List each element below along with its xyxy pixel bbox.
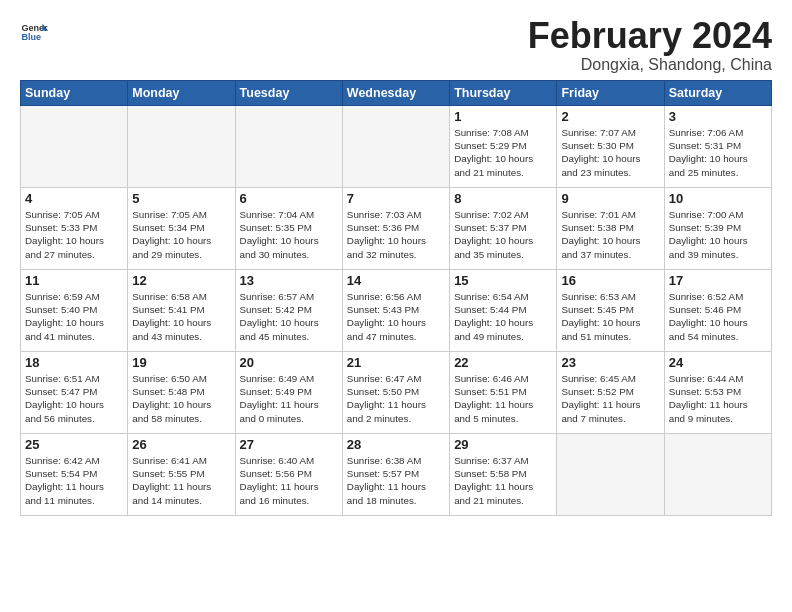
cell-info: Sunrise: 7:05 AMSunset: 5:34 PMDaylight:… xyxy=(132,208,230,261)
calendar-cell: 16Sunrise: 6:53 AMSunset: 5:45 PMDayligh… xyxy=(557,270,664,352)
day-number: 27 xyxy=(240,437,338,452)
logo: General Blue xyxy=(20,18,48,46)
day-number: 12 xyxy=(132,273,230,288)
cell-info: Sunrise: 6:45 AMSunset: 5:52 PMDaylight:… xyxy=(561,372,659,425)
weekday-saturday: Saturday xyxy=(664,81,771,106)
calendar-cell: 20Sunrise: 6:49 AMSunset: 5:49 PMDayligh… xyxy=(235,352,342,434)
cell-info: Sunrise: 6:57 AMSunset: 5:42 PMDaylight:… xyxy=(240,290,338,343)
calendar-cell: 13Sunrise: 6:57 AMSunset: 5:42 PMDayligh… xyxy=(235,270,342,352)
calendar-header: Sunday Monday Tuesday Wednesday Thursday… xyxy=(21,81,772,106)
day-number: 14 xyxy=(347,273,445,288)
cell-info: Sunrise: 6:46 AMSunset: 5:51 PMDaylight:… xyxy=(454,372,552,425)
weekday-wednesday: Wednesday xyxy=(342,81,449,106)
day-number: 11 xyxy=(25,273,123,288)
day-number: 5 xyxy=(132,191,230,206)
calendar-cell: 17Sunrise: 6:52 AMSunset: 5:46 PMDayligh… xyxy=(664,270,771,352)
day-number: 16 xyxy=(561,273,659,288)
cell-info: Sunrise: 6:38 AMSunset: 5:57 PMDaylight:… xyxy=(347,454,445,507)
cell-info: Sunrise: 6:56 AMSunset: 5:43 PMDaylight:… xyxy=(347,290,445,343)
location-subtitle: Dongxia, Shandong, China xyxy=(528,56,772,74)
day-number: 19 xyxy=(132,355,230,370)
calendar-cell: 2Sunrise: 7:07 AMSunset: 5:30 PMDaylight… xyxy=(557,106,664,188)
cell-info: Sunrise: 6:44 AMSunset: 5:53 PMDaylight:… xyxy=(669,372,767,425)
day-number: 23 xyxy=(561,355,659,370)
cell-info: Sunrise: 7:01 AMSunset: 5:38 PMDaylight:… xyxy=(561,208,659,261)
day-number: 25 xyxy=(25,437,123,452)
cell-info: Sunrise: 7:00 AMSunset: 5:39 PMDaylight:… xyxy=(669,208,767,261)
day-number: 20 xyxy=(240,355,338,370)
calendar-cell: 4Sunrise: 7:05 AMSunset: 5:33 PMDaylight… xyxy=(21,188,128,270)
calendar-week-2: 11Sunrise: 6:59 AMSunset: 5:40 PMDayligh… xyxy=(21,270,772,352)
header: General Blue February 2024 Dongxia, Shan… xyxy=(20,18,772,74)
day-number: 29 xyxy=(454,437,552,452)
day-number: 9 xyxy=(561,191,659,206)
calendar-cell xyxy=(664,434,771,516)
calendar-cell: 21Sunrise: 6:47 AMSunset: 5:50 PMDayligh… xyxy=(342,352,449,434)
cell-info: Sunrise: 7:05 AMSunset: 5:33 PMDaylight:… xyxy=(25,208,123,261)
calendar-week-0: 1Sunrise: 7:08 AMSunset: 5:29 PMDaylight… xyxy=(21,106,772,188)
calendar-cell: 10Sunrise: 7:00 AMSunset: 5:39 PMDayligh… xyxy=(664,188,771,270)
cell-info: Sunrise: 6:53 AMSunset: 5:45 PMDaylight:… xyxy=(561,290,659,343)
svg-text:Blue: Blue xyxy=(21,32,41,42)
day-number: 8 xyxy=(454,191,552,206)
calendar-cell: 7Sunrise: 7:03 AMSunset: 5:36 PMDaylight… xyxy=(342,188,449,270)
weekday-row: Sunday Monday Tuesday Wednesday Thursday… xyxy=(21,81,772,106)
calendar-week-3: 18Sunrise: 6:51 AMSunset: 5:47 PMDayligh… xyxy=(21,352,772,434)
calendar-cell: 5Sunrise: 7:05 AMSunset: 5:34 PMDaylight… xyxy=(128,188,235,270)
page: General Blue February 2024 Dongxia, Shan… xyxy=(0,0,792,526)
calendar-cell xyxy=(21,106,128,188)
calendar-cell: 12Sunrise: 6:58 AMSunset: 5:41 PMDayligh… xyxy=(128,270,235,352)
day-number: 28 xyxy=(347,437,445,452)
weekday-monday: Monday xyxy=(128,81,235,106)
calendar-cell: 24Sunrise: 6:44 AMSunset: 5:53 PMDayligh… xyxy=(664,352,771,434)
calendar-cell: 29Sunrise: 6:37 AMSunset: 5:58 PMDayligh… xyxy=(450,434,557,516)
calendar-cell xyxy=(128,106,235,188)
month-title: February 2024 xyxy=(528,18,772,54)
cell-info: Sunrise: 6:40 AMSunset: 5:56 PMDaylight:… xyxy=(240,454,338,507)
cell-info: Sunrise: 7:04 AMSunset: 5:35 PMDaylight:… xyxy=(240,208,338,261)
calendar-cell: 28Sunrise: 6:38 AMSunset: 5:57 PMDayligh… xyxy=(342,434,449,516)
calendar-cell: 14Sunrise: 6:56 AMSunset: 5:43 PMDayligh… xyxy=(342,270,449,352)
calendar-cell: 9Sunrise: 7:01 AMSunset: 5:38 PMDaylight… xyxy=(557,188,664,270)
day-number: 1 xyxy=(454,109,552,124)
cell-info: Sunrise: 6:42 AMSunset: 5:54 PMDaylight:… xyxy=(25,454,123,507)
day-number: 4 xyxy=(25,191,123,206)
calendar-cell: 6Sunrise: 7:04 AMSunset: 5:35 PMDaylight… xyxy=(235,188,342,270)
calendar-cell: 26Sunrise: 6:41 AMSunset: 5:55 PMDayligh… xyxy=(128,434,235,516)
cell-info: Sunrise: 6:47 AMSunset: 5:50 PMDaylight:… xyxy=(347,372,445,425)
calendar-cell xyxy=(235,106,342,188)
day-number: 6 xyxy=(240,191,338,206)
day-number: 3 xyxy=(669,109,767,124)
day-number: 18 xyxy=(25,355,123,370)
weekday-tuesday: Tuesday xyxy=(235,81,342,106)
calendar-table: Sunday Monday Tuesday Wednesday Thursday… xyxy=(20,80,772,516)
day-number: 26 xyxy=(132,437,230,452)
calendar-cell: 27Sunrise: 6:40 AMSunset: 5:56 PMDayligh… xyxy=(235,434,342,516)
weekday-sunday: Sunday xyxy=(21,81,128,106)
cell-info: Sunrise: 7:08 AMSunset: 5:29 PMDaylight:… xyxy=(454,126,552,179)
calendar-cell: 19Sunrise: 6:50 AMSunset: 5:48 PMDayligh… xyxy=(128,352,235,434)
cell-info: Sunrise: 7:07 AMSunset: 5:30 PMDaylight:… xyxy=(561,126,659,179)
day-number: 7 xyxy=(347,191,445,206)
calendar-body: 1Sunrise: 7:08 AMSunset: 5:29 PMDaylight… xyxy=(21,106,772,516)
calendar-cell: 22Sunrise: 6:46 AMSunset: 5:51 PMDayligh… xyxy=(450,352,557,434)
day-number: 13 xyxy=(240,273,338,288)
day-number: 2 xyxy=(561,109,659,124)
day-number: 10 xyxy=(669,191,767,206)
calendar-cell: 18Sunrise: 6:51 AMSunset: 5:47 PMDayligh… xyxy=(21,352,128,434)
cell-info: Sunrise: 6:52 AMSunset: 5:46 PMDaylight:… xyxy=(669,290,767,343)
cell-info: Sunrise: 6:51 AMSunset: 5:47 PMDaylight:… xyxy=(25,372,123,425)
calendar-cell: 3Sunrise: 7:06 AMSunset: 5:31 PMDaylight… xyxy=(664,106,771,188)
calendar-cell xyxy=(557,434,664,516)
weekday-friday: Friday xyxy=(557,81,664,106)
calendar-cell: 1Sunrise: 7:08 AMSunset: 5:29 PMDaylight… xyxy=(450,106,557,188)
calendar-cell: 25Sunrise: 6:42 AMSunset: 5:54 PMDayligh… xyxy=(21,434,128,516)
cell-info: Sunrise: 6:41 AMSunset: 5:55 PMDaylight:… xyxy=(132,454,230,507)
cell-info: Sunrise: 7:03 AMSunset: 5:36 PMDaylight:… xyxy=(347,208,445,261)
cell-info: Sunrise: 7:02 AMSunset: 5:37 PMDaylight:… xyxy=(454,208,552,261)
logo-icon: General Blue xyxy=(20,18,48,46)
cell-info: Sunrise: 6:49 AMSunset: 5:49 PMDaylight:… xyxy=(240,372,338,425)
cell-info: Sunrise: 6:50 AMSunset: 5:48 PMDaylight:… xyxy=(132,372,230,425)
title-block: February 2024 Dongxia, Shandong, China xyxy=(528,18,772,74)
weekday-thursday: Thursday xyxy=(450,81,557,106)
